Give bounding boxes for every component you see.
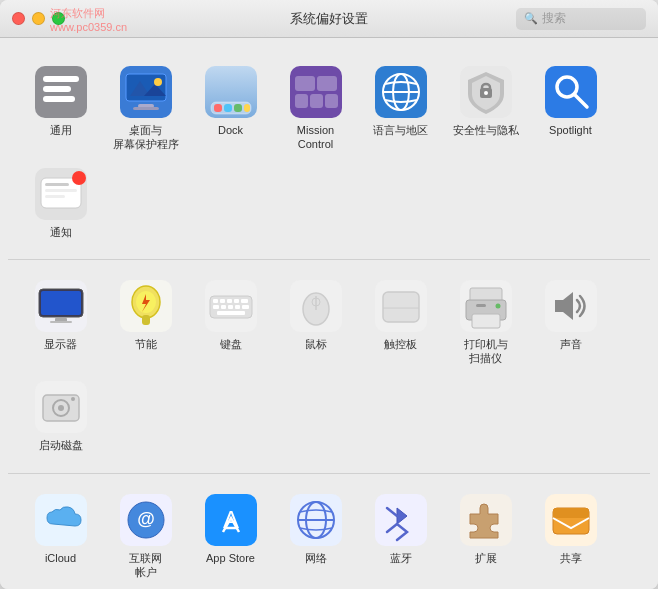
svg-rect-19 [295, 76, 315, 91]
bluetooth-label: 蓝牙 [390, 551, 412, 565]
svg-rect-15 [224, 104, 232, 112]
pref-display[interactable]: 显示器 [18, 272, 103, 374]
svg-rect-1 [43, 76, 79, 82]
pref-desktop[interactable]: 桌面与屏幕保护程序 [103, 58, 188, 160]
startup-icon [35, 381, 87, 433]
svg-rect-20 [317, 76, 337, 91]
pref-appstore[interactable]: A App Store [188, 486, 273, 588]
svg-rect-52 [213, 299, 218, 303]
svg-rect-100 [553, 508, 589, 518]
bluetooth-icon [375, 494, 427, 546]
pref-keyboard[interactable]: 键盘 [188, 272, 273, 374]
svg-rect-3 [43, 96, 75, 102]
appstore-label: App Store [206, 551, 255, 565]
svg-rect-2 [43, 86, 71, 92]
svg-rect-74 [476, 304, 486, 307]
mission-icon [290, 66, 342, 118]
svg-rect-5 [126, 74, 166, 101]
language-icon [375, 66, 427, 118]
preferences-content: 通用 [0, 38, 658, 589]
section-personal: 通用 [8, 50, 650, 260]
sound-label: 声音 [560, 337, 582, 351]
display-label: 显示器 [44, 337, 77, 351]
svg-rect-49 [142, 315, 150, 325]
sharing-icon [545, 494, 597, 546]
svg-rect-40 [45, 195, 65, 198]
svg-rect-32 [545, 66, 597, 118]
svg-rect-55 [234, 299, 239, 303]
keyboard-label: 键盘 [220, 337, 242, 351]
close-button[interactable] [12, 12, 25, 25]
icloud-label: iCloud [45, 551, 76, 565]
svg-point-11 [154, 78, 162, 86]
internet-label: 互联网帐户 [129, 551, 162, 580]
pref-general[interactable]: 通用 [18, 58, 103, 160]
sharing-label: 共享 [560, 551, 582, 565]
sound-icon [545, 280, 597, 332]
pref-sharing[interactable]: 共享 [528, 486, 613, 588]
notification-icon [35, 168, 87, 220]
svg-rect-68 [383, 292, 419, 322]
svg-rect-56 [241, 299, 248, 303]
pref-icloud[interactable]: iCloud [18, 486, 103, 588]
pref-spotlight[interactable]: Spotlight [528, 58, 613, 160]
general-icon [35, 66, 87, 118]
dock-icon [205, 66, 257, 118]
mission-label: MissionControl [297, 123, 334, 152]
network-icon [290, 494, 342, 546]
dock-label: Dock [218, 123, 243, 137]
svg-point-37 [72, 171, 86, 185]
desktop-label: 桌面与屏幕保护程序 [113, 123, 179, 152]
svg-rect-23 [325, 94, 338, 108]
svg-rect-14 [214, 104, 222, 112]
pref-notification[interactable]: 通知 [18, 160, 103, 247]
pref-startup[interactable]: 启动磁盘 [18, 373, 103, 460]
svg-rect-21 [295, 94, 308, 108]
energy-icon [120, 280, 172, 332]
pref-dock[interactable]: Dock [188, 58, 273, 160]
pref-extensions[interactable]: 扩展 [443, 486, 528, 588]
svg-rect-62 [217, 311, 245, 315]
maximize-button[interactable] [52, 12, 65, 25]
svg-text:@: @ [137, 509, 155, 529]
window-controls [12, 12, 65, 25]
svg-point-82 [71, 397, 75, 401]
pref-sound[interactable]: 声音 [528, 272, 613, 374]
svg-rect-60 [235, 305, 240, 309]
extensions-icon [460, 494, 512, 546]
pref-internet[interactable]: @ 互联网帐户 [103, 486, 188, 588]
pref-security[interactable]: 安全性与隐私 [443, 58, 528, 160]
pref-trackpad[interactable]: 触控板 [358, 272, 443, 374]
svg-rect-58 [221, 305, 226, 309]
trackpad-icon [375, 280, 427, 332]
svg-rect-53 [220, 299, 225, 303]
svg-rect-38 [45, 183, 69, 186]
printer-label: 打印机与扫描仪 [464, 337, 508, 366]
pref-language[interactable]: 语言与地区 [358, 58, 443, 160]
pref-network[interactable]: 网络 [273, 486, 358, 588]
icloud-icon [35, 494, 87, 546]
general-label: 通用 [50, 123, 72, 137]
pref-bluetooth[interactable]: 蓝牙 [358, 486, 443, 588]
pref-mission[interactable]: MissionControl [273, 58, 358, 160]
search-placeholder: 搜索 [542, 10, 566, 27]
svg-rect-17 [244, 104, 250, 112]
display-icon [35, 280, 87, 332]
svg-point-31 [484, 91, 488, 95]
language-label: 语言与地区 [373, 123, 428, 137]
security-icon [460, 66, 512, 118]
svg-rect-8 [133, 107, 159, 110]
mouse-label: 鼠标 [305, 337, 327, 351]
svg-rect-57 [213, 305, 219, 309]
extensions-label: 扩展 [475, 551, 497, 565]
spotlight-label: Spotlight [549, 123, 592, 137]
pref-mouse[interactable]: 鼠标 [273, 272, 358, 374]
search-box[interactable]: 🔍 搜索 [516, 8, 646, 30]
svg-rect-54 [227, 299, 232, 303]
pref-energy[interactable]: 节能 [103, 272, 188, 374]
window-title: 系统偏好设置 [290, 10, 368, 28]
minimize-button[interactable] [32, 12, 45, 25]
startup-label: 启动磁盘 [39, 438, 83, 452]
pref-printer[interactable]: 打印机与扫描仪 [443, 272, 528, 374]
spotlight-icon [545, 66, 597, 118]
